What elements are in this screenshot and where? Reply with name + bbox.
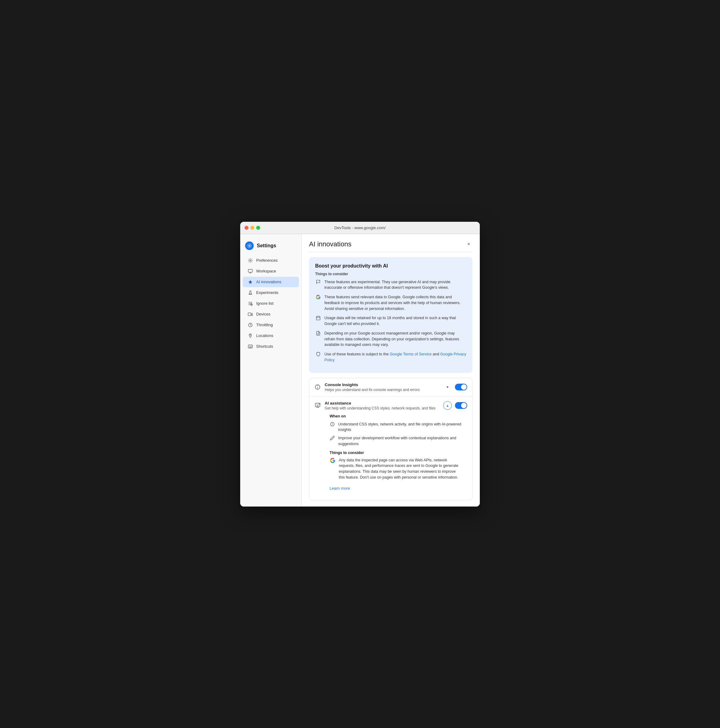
svg-rect-8 [248, 313, 251, 315]
boost-consider-label: Things to consider [315, 272, 466, 276]
feature-row-console-insights: Console Insights Helps you understand an… [309, 378, 472, 396]
traffic-lights [245, 226, 260, 230]
when-on-label: When on [330, 414, 462, 418]
features-card: Console Insights Helps you understand an… [309, 378, 472, 500]
sidebar-item-devices[interactable]: Devices [243, 309, 299, 320]
boost-item-experimental-text: These features are experimental. They us… [324, 279, 466, 291]
things-item-google: Any data the inspected page can access v… [330, 457, 462, 480]
console-insights-info: Console Insights Helps you understand an… [325, 382, 443, 392]
sidebar-item-experiments[interactable]: Experiments [243, 288, 299, 298]
devices-label: Devices [256, 312, 270, 317]
maximize-traffic-light[interactable] [256, 226, 260, 230]
main-content: AI innovations × Boost your productivity… [302, 234, 480, 506]
content-area: Settings Preferences [240, 234, 480, 506]
boost-item-retention: Usage data will be retained for up to 18… [315, 315, 466, 327]
when-on-item-css: Understand CSS styles, network activity,… [330, 421, 462, 433]
when-on-css-text: Understand CSS styles, network activity,… [338, 421, 462, 433]
ai-assistance-expanded: When on Understand CSS styles, network a… [314, 410, 467, 496]
console-insights-right: ▾ [443, 383, 467, 392]
devices-icon [248, 312, 253, 317]
boost-item-account: Depending on your Google account managem… [315, 330, 466, 348]
boost-item-terms: Use of these features is subject to the … [315, 352, 466, 363]
svg-point-22 [318, 386, 318, 386]
sidebar-item-workspace[interactable]: Workspace [243, 266, 299, 277]
console-insights-icon [314, 384, 321, 390]
settings-window: DevTools - www.google.com/ Settings [240, 222, 480, 506]
boost-card: Boost your productivity with AI Things t… [309, 257, 472, 373]
feature-row-ai-assistance: AI assistance Get help with understandin… [309, 396, 472, 500]
shield-icon [315, 352, 321, 358]
throttling-label: Throttling [256, 323, 273, 327]
sidebar-item-ai-innovations[interactable]: AI innovations [243, 277, 299, 287]
shortcuts-icon [248, 344, 253, 349]
console-insights-left: Console Insights Helps you understand an… [314, 382, 443, 392]
ignore-list-label: Ignore list [256, 301, 274, 306]
ai-assistance-name: AI assistance [325, 401, 443, 405]
when-on-workflow-text: Improve your development workflow with c… [338, 435, 462, 447]
sidebar-item-preferences[interactable]: Preferences [243, 255, 299, 266]
workspace-icon [248, 268, 253, 274]
ai-assistance-right: ▴ [443, 401, 467, 410]
sidebar: Settings Preferences [240, 234, 302, 506]
google-g-icon [315, 294, 321, 300]
sidebar-title: Settings [257, 243, 276, 248]
boost-item-account-text: Depending on your Google account managem… [324, 330, 466, 348]
document-icon [315, 330, 321, 336]
close-button[interactable]: × [465, 240, 472, 248]
locations-label: Locations [256, 333, 274, 338]
close-traffic-light[interactable] [245, 226, 249, 230]
title-bar: DevTools - www.google.com/ [240, 222, 480, 234]
ai-assistance-header: AI assistance Get help with understandin… [314, 401, 467, 410]
info-circle-icon [330, 421, 335, 427]
console-insights-toggle[interactable] [455, 384, 467, 390]
locations-icon [248, 333, 253, 338]
ai-assistance-left: AI assistance Get help with understandin… [314, 401, 443, 410]
preferences-label: Preferences [256, 258, 278, 263]
experiments-icon [248, 290, 253, 295]
sidebar-item-shortcuts[interactable]: Shortcuts [243, 341, 299, 352]
sidebar-item-locations[interactable]: Locations [243, 330, 299, 341]
preferences-icon [248, 258, 253, 263]
ai-assistance-toggle[interactable] [455, 402, 467, 409]
console-insights-header: Console Insights Helps you understand an… [314, 382, 467, 392]
minimize-traffic-light[interactable] [250, 226, 254, 230]
google-icon-2 [330, 457, 336, 463]
pen-icon [330, 435, 335, 441]
ignore-list-icon [248, 301, 253, 306]
boost-title: Boost your productivity with AI [315, 263, 466, 269]
boost-item-experimental: These features are experimental. They us… [315, 279, 466, 291]
experiments-label: Experiments [256, 290, 278, 295]
shortcuts-label: Shortcuts [256, 344, 273, 349]
ai-assistance-chevron[interactable]: ▴ [443, 401, 452, 410]
terms-of-service-link[interactable]: Google Terms of Service [390, 352, 432, 356]
console-insights-chevron[interactable]: ▾ [443, 383, 452, 392]
boost-item-google-text: These features send relevant data to Goo… [324, 294, 466, 312]
svg-rect-9 [251, 314, 252, 315]
workspace-label: Workspace [256, 269, 276, 274]
ai-innovations-icon [248, 279, 253, 285]
ai-assistance-icon [314, 402, 321, 409]
ai-assistance-info: AI assistance Get help with understandin… [325, 401, 443, 410]
svg-rect-2 [248, 269, 252, 272]
svg-point-11 [250, 335, 251, 335]
svg-point-1 [250, 260, 251, 261]
svg-rect-14 [316, 317, 320, 320]
things-item-google-text: Any data the inspected page can access v… [339, 457, 462, 480]
page-title: AI innovations [309, 240, 352, 248]
throttling-icon [248, 322, 253, 328]
experimental-icon [315, 279, 321, 285]
sidebar-header: Settings [240, 239, 301, 255]
boost-item-terms-text: Use of these features is subject to the … [324, 352, 466, 363]
main-header: AI innovations × [309, 240, 472, 252]
ai-innovations-label: AI innovations [256, 280, 281, 284]
console-insights-name: Console Insights [325, 382, 443, 387]
learn-more-link[interactable]: Learn more [330, 486, 350, 491]
boost-item-google: These features send relevant data to Goo… [315, 294, 466, 312]
console-insights-desc: Helps you understand and fix console war… [325, 388, 443, 392]
ai-assistance-desc: Get help with understanding CSS styles, … [325, 406, 443, 410]
sidebar-item-ignore-list[interactable]: Ignore list [243, 298, 299, 309]
when-on-item-workflow: Improve your development workflow with c… [330, 435, 462, 447]
sidebar-item-throttling[interactable]: Throttling [243, 320, 299, 330]
things-consider-label-2: Things to consider [330, 451, 462, 455]
boost-item-retention-text: Usage data will be retained for up to 18… [324, 315, 466, 327]
